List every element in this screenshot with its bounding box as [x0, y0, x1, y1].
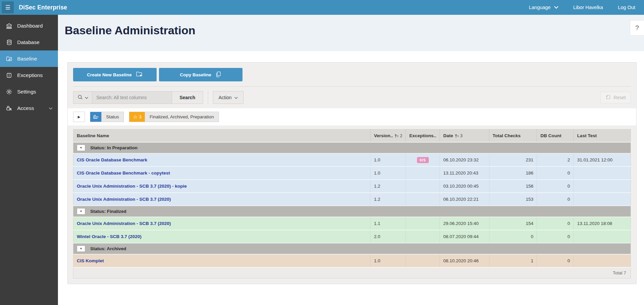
search-column-selector[interactable] — [73, 91, 92, 104]
exceptions-badge[interactable]: 0/5 — [417, 157, 429, 163]
help-button[interactable]: ? — [630, 20, 644, 36]
filter-band: ▶ Status ☆ 3 — [68, 108, 636, 125]
action-menu-button[interactable]: Action — [213, 91, 244, 104]
sort-ascending-icon — [394, 134, 399, 138]
cell-db-count: 0 — [537, 217, 574, 230]
baseline-link[interactable]: Oracle Unix Administration - SCB 3.7 (20… — [77, 184, 187, 189]
cell-date: 13.11.2020 20:43 — [440, 166, 489, 180]
star-filter-count: 3 — [139, 114, 141, 119]
control-break-icon — [90, 112, 101, 122]
group-collapse-button[interactable]: ▼ — [77, 208, 85, 215]
sidebar-item-dashboard[interactable]: Dashboard — [0, 17, 58, 34]
group-row-finalized: ▼Status: Finalized — [73, 206, 631, 217]
column-label: Baseline Name — [77, 133, 109, 138]
app-title: DiSec Enterprise — [19, 4, 67, 11]
page-title: Baseline Administration — [65, 24, 644, 37]
triangle-down-icon: ▼ — [80, 146, 83, 149]
sidebar-item-settings[interactable]: Settings — [0, 83, 58, 100]
cell-baseline-name: Oracle Unix Administration - SCB 3.7 (20… — [73, 217, 371, 230]
table-row: Wintel Oracle - SCB 3.7 (2020)2.008.07.2… — [73, 230, 631, 243]
cell-exceptions — [406, 180, 440, 193]
language-label: Language — [529, 5, 551, 10]
cell-exceptions — [406, 230, 440, 243]
sidebar-item-database[interactable]: Database — [0, 34, 58, 50]
sidebar-item-label: Database — [17, 39, 39, 45]
top-bar-right: Language Libor Havelka Log Out — [529, 5, 635, 10]
cell-db-count: 0 — [537, 166, 574, 180]
cell-date: 08.10.2020 20:46 — [440, 254, 489, 267]
cell-db-count: 0 — [537, 193, 574, 206]
sidebar-item-label: Exceptions — [17, 72, 43, 78]
column-label: Total Checks — [493, 133, 521, 138]
cell-last-test — [574, 254, 631, 267]
baseline-link[interactable]: CIS Komplet — [77, 258, 104, 263]
table-footer-row: Total 7 — [73, 267, 631, 278]
baseline-link[interactable]: Oracle Unix Administration - SCB 3.7 (20… — [77, 197, 171, 202]
triangle-down-icon: ▼ — [80, 210, 83, 213]
sidebar-item-label: Baseline — [17, 56, 37, 62]
column-header-date[interactable]: Date3 — [440, 129, 489, 143]
column-label: Date — [443, 133, 453, 138]
search-button[interactable]: Search — [172, 91, 203, 104]
cell-baseline-name: Wintel Oracle - SCB 3.7 (2020) — [73, 230, 371, 243]
play-icon: ▶ — [78, 115, 80, 119]
sort-order-number: 3 — [460, 134, 462, 138]
filters-expand-button[interactable]: ▶ — [73, 112, 85, 122]
language-menu[interactable]: Language — [529, 5, 558, 10]
cell-total-checks: 231 — [489, 153, 537, 166]
column-header-total_checks[interactable]: Total Checks — [489, 129, 537, 143]
group-collapse-button[interactable]: ▼ — [77, 245, 85, 252]
cell-baseline-name: CIS Oracle Database Benchmark — [73, 153, 371, 166]
create-new-baseline-button[interactable]: Create New Baseline — [73, 68, 157, 81]
status-filter-chip[interactable]: ☆ 3 Finalized, Archived, Preparation — [129, 112, 219, 122]
column-header-version[interactable]: Version..2 — [371, 129, 406, 143]
baseline-link[interactable]: Wintel Oracle - SCB 3.7 (2020) — [77, 234, 141, 239]
sidebar-item-baseline[interactable]: Baseline — [0, 50, 58, 67]
cell-last-test — [574, 180, 631, 193]
cell-date: 29.06.2020 15:40 — [440, 217, 489, 230]
cell-date: 06.10.2020 22:21 — [440, 193, 489, 206]
reset-button[interactable]: Reset — [600, 92, 631, 103]
baseline-link[interactable]: Oracle Unix Administration - SCB 3.7 (20… — [77, 221, 171, 226]
table-row: Oracle Unix Administration - SCB 3.7 (20… — [73, 180, 631, 193]
copy-button-label: Copy Baseline — [180, 72, 211, 77]
cell-total-checks: 156 — [489, 180, 537, 193]
baseline-card: Create New Baseline Copy Baseline — [67, 62, 637, 284]
group-collapse-button[interactable]: ▼ — [77, 145, 85, 151]
column-header-exceptions[interactable]: Exceptions.. — [406, 129, 440, 143]
folder-edit-icon — [5, 55, 13, 62]
column-header-name[interactable]: Baseline Name — [73, 129, 371, 143]
column-label: DB Count — [540, 133, 561, 138]
sidebar-item-access[interactable]: Access — [0, 100, 58, 116]
sidebar-item-exceptions[interactable]: Exceptions — [0, 67, 58, 83]
search-icon — [77, 94, 83, 101]
gear-icon — [5, 88, 13, 95]
column-header-last_test[interactable]: Last Test — [574, 129, 631, 143]
copy-baseline-button[interactable]: Copy Baseline — [159, 68, 243, 81]
baseline-link[interactable]: CIS Oracle Database Benchmark — [77, 157, 147, 162]
star-filter-icon: ☆ 3 — [129, 112, 145, 122]
user-menu[interactable]: Libor Havelka — [573, 5, 603, 10]
hamburger-menu-button[interactable]: ☰ — [2, 1, 14, 13]
cell-db-count: 0 — [537, 254, 574, 267]
cell-last-test: 13.11.2020 18:08 — [574, 217, 631, 230]
column-label: Version.. — [374, 133, 393, 138]
cell-version: 1.0 — [371, 166, 406, 180]
control-break-chip[interactable]: Status — [90, 112, 124, 122]
logout-button[interactable]: Log Out — [618, 5, 635, 10]
cell-total-checks: 153 — [489, 193, 537, 206]
cell-total-checks: 1 — [489, 254, 537, 267]
table-row: Oracle Unix Administration - SCB 3.7 (20… — [73, 217, 631, 230]
cell-version: 2.0 — [371, 230, 406, 243]
copy-pages-icon — [215, 71, 222, 79]
search-input[interactable] — [92, 91, 172, 104]
user-name: Libor Havelka — [573, 5, 603, 10]
sidebar-item-label: Settings — [17, 89, 36, 95]
group-label: Status: Archived — [90, 246, 126, 251]
baseline-link[interactable]: CIS Oracle Database Benchmark - copytest — [77, 170, 170, 176]
lock-user-icon — [5, 105, 13, 112]
control-break-label: Status — [101, 112, 124, 122]
main-content: Baseline Administration ? Create New Bas… — [58, 15, 644, 305]
cell-exceptions: 0/5 — [406, 153, 440, 166]
column-header-db_count[interactable]: DB Count — [537, 129, 574, 143]
